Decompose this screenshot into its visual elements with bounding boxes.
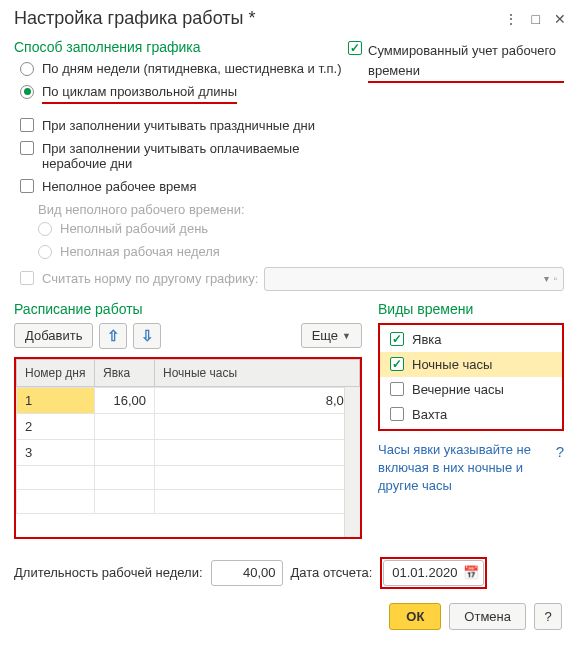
radio-by-cycles[interactable]: По циклам произвольной длины — [20, 84, 348, 104]
table-row[interactable]: 1 16,00 8,00 — [17, 387, 360, 413]
ok-button[interactable]: ОК — [389, 603, 441, 630]
type-attend[interactable]: Явка — [380, 327, 562, 352]
radio-icon — [38, 222, 52, 236]
close-icon[interactable]: ✕ — [554, 11, 566, 27]
type-shift[interactable]: Вахта — [380, 402, 562, 427]
checkbox-icon — [390, 357, 404, 371]
radio-icon — [20, 85, 34, 99]
arrow-down-icon: ⇩ — [141, 327, 154, 345]
help-icon[interactable]: ? — [556, 441, 564, 496]
date-label: Дата отсчета: — [291, 565, 373, 580]
parttime-type-label: Вид неполного рабочего времени: — [38, 202, 564, 217]
checkbox-icon — [390, 407, 404, 421]
chk-other-schedule: Считать норму по другому графику: — [20, 271, 258, 286]
chevron-down-icon: ▾ — [542, 273, 551, 284]
type-evening[interactable]: Вечерние часы — [380, 377, 562, 402]
week-duration-input[interactable]: 40,00 — [211, 560, 283, 586]
date-input[interactable]: 01.01.2020 📅 — [383, 560, 484, 586]
table-row[interactable]: 3 — [17, 439, 360, 465]
table-row[interactable]: 2 — [17, 413, 360, 439]
radio-by-weekdays[interactable]: По дням недели (пятидневка, шестидневка … — [20, 61, 348, 78]
types-header: Виды времени — [378, 301, 564, 317]
radio-parttime-week: Неполная рабочая неделя — [38, 244, 564, 261]
checkbox-icon — [20, 179, 34, 193]
chevron-down-icon: ▼ — [342, 331, 351, 341]
checkbox-icon — [20, 271, 34, 285]
chk-parttime[interactable]: Неполное рабочее время — [20, 179, 564, 194]
more-button[interactable]: Еще ▼ — [301, 323, 362, 348]
menu-icon[interactable]: ⋮ — [504, 11, 518, 27]
table-row[interactable] — [17, 465, 360, 489]
col-attend[interactable]: Явка — [95, 359, 155, 386]
move-down-button[interactable]: ⇩ — [133, 323, 161, 349]
checkbox-icon — [20, 141, 34, 155]
radio-icon — [20, 62, 34, 76]
checkbox-icon — [390, 382, 404, 396]
hint-text: Часы явки указывайте не включая в них но… — [378, 441, 564, 496]
table-row[interactable] — [17, 489, 360, 513]
add-button[interactable]: Добавить — [14, 323, 93, 348]
chk-holidays[interactable]: При заполнении учитывать праздничные дни — [20, 118, 564, 133]
window-title: Настройка графика работы * — [14, 8, 504, 29]
col-night[interactable]: Ночные часы — [155, 359, 360, 386]
schedule-header: Расписание работы — [14, 301, 362, 317]
radio-icon — [38, 245, 52, 259]
cancel-button[interactable]: Отмена — [449, 603, 526, 630]
other-schedule-dropdown: ▾ ▫ — [264, 267, 564, 291]
radio-parttime-day: Неполный рабочий день — [38, 221, 564, 238]
col-day[interactable]: Номер дня — [17, 359, 95, 386]
checkbox-icon — [20, 118, 34, 132]
open-icon: ▫ — [551, 273, 559, 284]
scrollbar[interactable] — [344, 387, 360, 537]
help-button[interactable]: ? — [534, 603, 562, 630]
maximize-icon[interactable]: □ — [532, 11, 540, 27]
chk-paid-nonwork[interactable]: При заполнении учитывать оплачиваемые не… — [20, 141, 564, 171]
type-night[interactable]: Ночные часы — [380, 352, 562, 377]
fill-method-header: Способ заполнения графика — [14, 39, 348, 55]
week-duration-label: Длительность рабочей недели: — [14, 565, 203, 580]
checkbox-icon — [390, 332, 404, 346]
move-up-button[interactable]: ⇧ — [99, 323, 127, 349]
checkbox-summary[interactable] — [348, 41, 362, 55]
calendar-icon[interactable]: 📅 — [463, 565, 479, 580]
arrow-up-icon: ⇧ — [107, 327, 120, 345]
